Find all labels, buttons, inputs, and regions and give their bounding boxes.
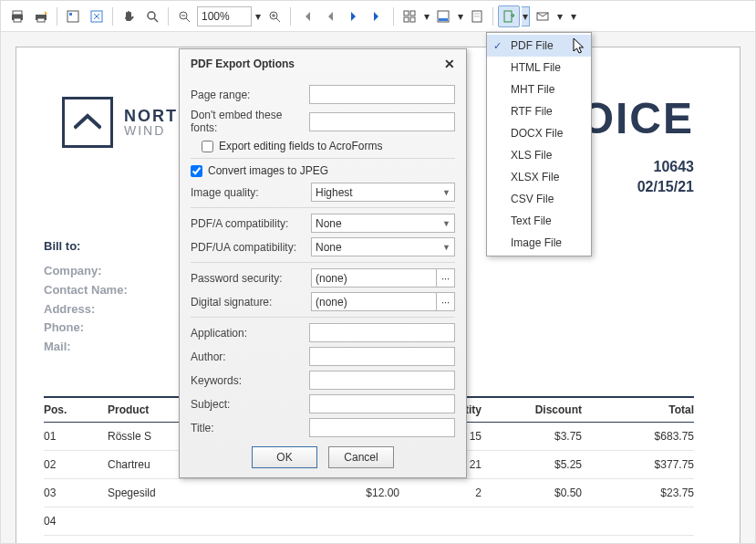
logo-mark <box>62 97 113 148</box>
watermark-button[interactable] <box>466 5 488 27</box>
prev-page-button[interactable] <box>319 5 341 27</box>
title-label: Title: <box>191 422 302 434</box>
zoom-out-button[interactable] <box>173 5 195 27</box>
quick-print-button[interactable] <box>30 5 52 27</box>
menu-item-html-file[interactable]: HTML File <box>487 57 591 78</box>
page-range-input[interactable] <box>309 85 455 104</box>
menu-item-image-file[interactable]: Image File <box>487 232 591 254</box>
svg-rect-26 <box>504 11 512 22</box>
export-menu: ✓PDF FileHTML FileMHT FileRTF FileDOCX F… <box>486 32 592 256</box>
dont-embed-label: Don't embed these fonts: <box>191 109 302 134</box>
menu-item-pdf-file[interactable]: ✓PDF File <box>487 35 591 57</box>
menu-item-text-file[interactable]: Text File <box>487 210 591 232</box>
menu-item-xlsx-file[interactable]: XLSX File <box>487 166 591 188</box>
password-label: Password security: <box>191 272 304 285</box>
next-page-button[interactable] <box>343 5 365 27</box>
billto-address-label: Address: <box>44 300 128 319</box>
svg-rect-2 <box>14 18 21 22</box>
svg-rect-22 <box>439 18 448 21</box>
col-discount: Discount <box>482 403 582 416</box>
image-quality-select[interactable]: Highest▼ <box>311 183 455 202</box>
subject-input[interactable] <box>309 394 455 413</box>
bill-to-block: Bill to: Company: Contact Name: Address:… <box>44 239 128 357</box>
author-label: Author: <box>191 350 302 363</box>
color-button[interactable] <box>432 5 454 27</box>
billto-mail-label: Mail: <box>44 338 128 357</box>
dialog-close-button[interactable]: ✕ <box>444 57 455 71</box>
convert-jpeg-label: Convert images to JPEG <box>208 164 328 177</box>
pdfua-label: PDF/UA compatibility: <box>191 241 304 254</box>
email-dropdown[interactable]: ▾ <box>555 6 564 26</box>
svg-line-16 <box>276 18 280 22</box>
invoice-meta: 10643 02/15/21 <box>637 157 694 198</box>
pdfua-select[interactable]: None▼ <box>311 237 455 256</box>
author-input[interactable] <box>309 347 455 366</box>
image-quality-label: Image quality: <box>191 186 304 199</box>
zoom-input[interactable] <box>197 6 252 26</box>
svg-line-9 <box>154 18 158 22</box>
menu-item-mht-file[interactable]: MHT File <box>487 78 591 100</box>
svg-point-8 <box>148 12 155 19</box>
billto-heading: Bill to: <box>44 239 128 253</box>
billto-phone-label: Phone: <box>44 319 128 338</box>
print-button[interactable] <box>6 5 28 27</box>
zoom-in-button[interactable] <box>264 5 285 27</box>
billto-company-label: Company: <box>44 262 128 281</box>
signature-browse-button[interactable]: ··· <box>437 292 455 311</box>
svg-rect-0 <box>13 11 22 15</box>
svg-line-12 <box>186 18 190 22</box>
menu-item-csv-file[interactable]: CSV File <box>487 188 591 210</box>
hand-tool-button[interactable] <box>118 5 140 27</box>
magnifier-button[interactable] <box>141 5 163 27</box>
toolbar: ▾ ▾ ▾ ▾ ▾ ▾ <box>1 1 755 32</box>
signature-label: Digital signature: <box>191 296 304 309</box>
svg-rect-17 <box>404 11 409 16</box>
password-browse-button[interactable]: ··· <box>437 268 455 288</box>
keywords-input[interactable] <box>309 371 455 390</box>
ok-button[interactable]: OK <box>252 446 317 468</box>
svg-rect-6 <box>69 13 72 16</box>
logo: NORTH WIND <box>62 97 192 148</box>
dialog-title: PDF Export Options <box>191 58 295 70</box>
col-pos: Pos. <box>44 403 108 416</box>
svg-rect-20 <box>410 17 415 22</box>
application-input[interactable] <box>309 323 455 342</box>
keywords-label: Keywords: <box>191 374 302 387</box>
cancel-button[interactable]: Cancel <box>328 446 394 468</box>
last-page-button[interactable] <box>367 5 388 27</box>
invoice-date: 02/15/21 <box>637 177 694 197</box>
svg-rect-18 <box>410 11 415 16</box>
password-field[interactable]: (none) <box>311 268 437 288</box>
export-acroforms-label: Export editing fields to AcroForms <box>219 140 382 152</box>
pdf-export-dialog: PDF Export Options ✕ Page range: Don't e… <box>179 48 467 478</box>
export-acroforms-checkbox[interactable] <box>202 141 213 152</box>
scale-button[interactable] <box>86 5 108 27</box>
svg-rect-19 <box>404 17 409 22</box>
title-input[interactable] <box>309 418 455 437</box>
parameters-button[interactable] <box>62 5 84 27</box>
invoice-number: 10643 <box>637 157 694 177</box>
subject-label: Subject: <box>191 398 302 411</box>
dont-embed-input[interactable] <box>309 112 455 131</box>
multipage-dropdown[interactable]: ▾ <box>422 6 430 26</box>
export-dropdown[interactable]: ▾ <box>522 6 530 26</box>
zoom-dropdown[interactable]: ▾ <box>254 6 262 26</box>
multipage-button[interactable] <box>399 5 420 27</box>
convert-jpeg-checkbox[interactable] <box>191 165 202 177</box>
col-total: Total <box>582 403 694 416</box>
first-page-button[interactable] <box>295 5 317 27</box>
email-button[interactable] <box>532 5 554 27</box>
export-button[interactable] <box>498 5 520 27</box>
application-label: Application: <box>191 327 302 340</box>
table-row: 03Spegesild$12.002$0.50$23.75 <box>44 479 694 507</box>
overflow-dropdown[interactable]: ▾ <box>569 6 577 26</box>
menu-item-xls-file[interactable]: XLS File <box>487 144 591 166</box>
signature-field[interactable]: (none) <box>311 292 437 311</box>
color-dropdown[interactable]: ▾ <box>456 6 464 26</box>
menu-item-rtf-file[interactable]: RTF File <box>487 100 591 122</box>
pdfa-select[interactable]: None▼ <box>311 214 455 233</box>
table-row: 04 <box>44 507 694 536</box>
menu-item-docx-file[interactable]: DOCX File <box>487 122 591 144</box>
pdfa-label: PDF/A compatibility: <box>191 217 304 230</box>
svg-rect-4 <box>37 18 45 22</box>
